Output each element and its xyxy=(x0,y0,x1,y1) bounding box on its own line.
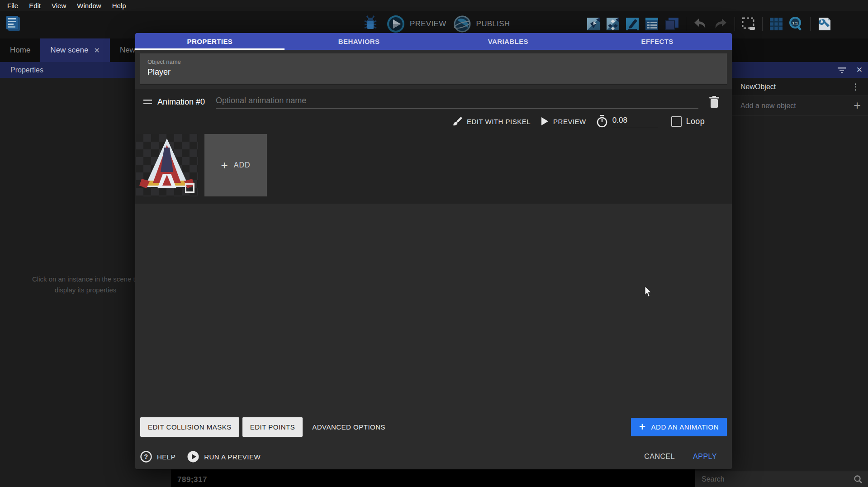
time-between-frames-field xyxy=(596,115,658,128)
tab-new-scene[interactable]: New scene ✕ xyxy=(40,38,110,62)
project-manager-icon[interactable] xyxy=(5,14,23,33)
grid-icon[interactable] xyxy=(769,17,783,31)
animation-section: Animation #0 EDIT WITH PISKEL PREVIEW xyxy=(135,89,732,204)
play-icon xyxy=(541,117,549,126)
edit-collision-masks-button[interactable]: EDIT COLLISION MASKS xyxy=(140,417,239,437)
menu-help[interactable]: Help xyxy=(108,1,131,10)
toolbar-divider xyxy=(810,17,811,31)
svg-text:1:1: 1:1 xyxy=(792,21,798,25)
frames-row: + ADD xyxy=(135,134,732,196)
publish-button[interactable]: PUBLISH xyxy=(453,14,510,33)
object-groups-icon[interactable] xyxy=(606,17,620,31)
publish-globe-icon xyxy=(453,14,472,33)
advanced-options-button[interactable]: ADVANCED OPTIONS xyxy=(306,417,392,437)
search-input[interactable] xyxy=(695,475,854,483)
settings-wrench-icon[interactable] xyxy=(817,17,831,31)
mask-icon[interactable] xyxy=(741,17,756,31)
menu-bar: File Edit View Window Help xyxy=(0,0,868,11)
preview-button[interactable]: PREVIEW xyxy=(386,14,446,33)
add-frame-button[interactable]: + ADD xyxy=(204,134,267,196)
plus-icon: + xyxy=(639,421,646,432)
play-preview-icon xyxy=(386,14,405,33)
tab-effects[interactable]: EFFECTS xyxy=(583,33,732,50)
mouse-cursor xyxy=(645,286,652,297)
active-tab-indicator xyxy=(135,48,285,50)
animation-name-input[interactable] xyxy=(216,95,698,109)
frame-select-checkbox[interactable] xyxy=(185,183,194,193)
animation-controls: EDIT WITH PISKEL PREVIEW Loop xyxy=(135,109,732,128)
help-icon: ? xyxy=(140,451,152,463)
undo-icon[interactable] xyxy=(693,17,708,31)
zoom-ratio-icon[interactable]: 1:1 xyxy=(788,16,804,32)
delete-animation-icon[interactable] xyxy=(709,96,719,108)
loop-label: Loop xyxy=(686,117,705,126)
filter-icon[interactable] xyxy=(837,67,846,74)
object-name-label: Object name xyxy=(147,58,720,65)
add-an-animation-button[interactable]: + ADD AN ANIMATION xyxy=(631,418,727,436)
menu-edit[interactable]: Edit xyxy=(24,1,45,10)
svg-text:?: ? xyxy=(144,453,148,460)
object-name-field: Object name xyxy=(140,53,727,84)
preview-animation-button[interactable]: PREVIEW xyxy=(541,117,586,126)
loop-checkbox[interactable] xyxy=(671,116,682,127)
menu-window[interactable]: Window xyxy=(72,1,105,10)
close-tab-icon[interactable]: ✕ xyxy=(94,46,100,55)
properties-panel-title: Properties xyxy=(10,66,43,74)
plus-icon[interactable]: + xyxy=(854,99,861,113)
search-icon[interactable] xyxy=(854,475,863,484)
run-preview-icon xyxy=(187,451,199,463)
dialog-action-bar: ? HELP RUN A PREVIEW CANCEL APPLY xyxy=(140,449,727,465)
layers-icon[interactable] xyxy=(664,17,679,31)
cancel-button[interactable]: CANCEL xyxy=(644,453,675,461)
menu-view[interactable]: View xyxy=(47,1,71,10)
animation-title: Animation #0 xyxy=(157,97,205,107)
apply-button[interactable]: APPLY xyxy=(693,453,717,461)
tab-properties[interactable]: PROPERTIES xyxy=(135,33,285,50)
time-between-frames-input[interactable] xyxy=(612,116,658,127)
loop-control: Loop xyxy=(671,116,705,127)
menu-file[interactable]: File xyxy=(3,1,23,10)
redo-icon[interactable] xyxy=(713,17,728,31)
timer-icon xyxy=(596,115,608,128)
plus-icon: + xyxy=(221,158,228,172)
object-name-input[interactable] xyxy=(147,67,720,77)
cursor-coordinates: 789;317 xyxy=(177,475,207,484)
close-panel-icon[interactable]: ✕ xyxy=(856,65,863,75)
brush-icon xyxy=(451,116,462,127)
frame-thumbnail[interactable] xyxy=(136,134,198,196)
object-editor-dialog: PROPERTIES BEHAVIORS VARIABLES EFFECTS O… xyxy=(135,33,732,469)
run-a-preview-button[interactable]: RUN A PREVIEW xyxy=(187,451,261,463)
objects-editor-icon[interactable] xyxy=(586,17,601,31)
dialog-tab-bar: PROPERTIES BEHAVIORS VARIABLES EFFECTS xyxy=(135,33,732,50)
drag-handle-icon[interactable] xyxy=(143,99,152,105)
kebab-menu-icon[interactable]: ⋮ xyxy=(851,81,860,92)
toolbar-divider xyxy=(762,17,763,31)
help-button[interactable]: ? HELP xyxy=(140,451,175,463)
preview-label: PREVIEW xyxy=(410,19,446,29)
dialog-footer-buttons: EDIT COLLISION MASKS EDIT POINTS ADVANCE… xyxy=(140,417,727,437)
toolbar-divider xyxy=(686,17,686,31)
instances-list-icon[interactable] xyxy=(645,17,659,31)
edit-with-piskel-button[interactable]: EDIT WITH PISKEL xyxy=(451,116,531,127)
tab-variables[interactable]: VARIABLES xyxy=(434,33,583,50)
tab-home[interactable]: Home xyxy=(0,38,40,62)
search-bar xyxy=(695,471,868,487)
debug-icon[interactable] xyxy=(361,14,380,33)
tab-behaviors[interactable]: BEHAVIORS xyxy=(285,33,434,50)
edit-points-button[interactable]: EDIT POINTS xyxy=(242,417,303,437)
edit-scene-icon[interactable] xyxy=(625,17,640,31)
publish-label: PUBLISH xyxy=(476,19,510,29)
toolbar-divider xyxy=(735,17,735,31)
gdevelop-window: File Edit View Window Help xyxy=(0,0,868,487)
